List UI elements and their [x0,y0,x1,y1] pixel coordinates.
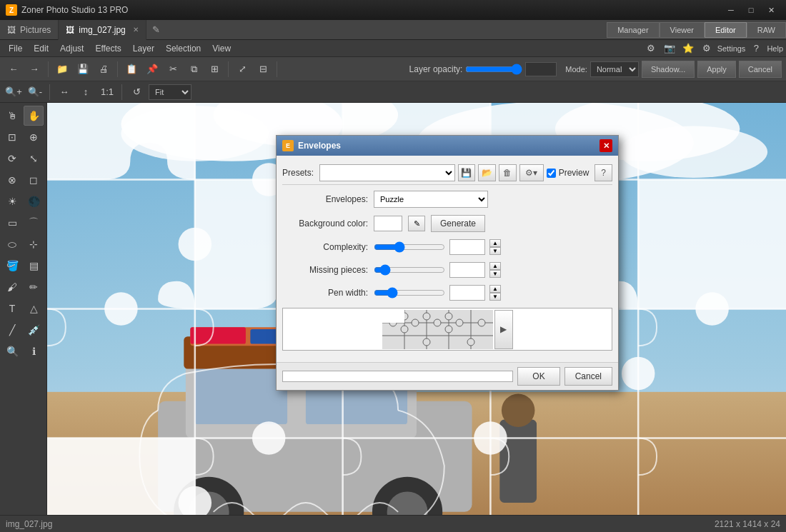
bg-color-swatch[interactable] [374,216,402,231]
mode-manager[interactable]: Manager [607,22,659,38]
crop-tool[interactable]: ⊡ [2,127,22,147]
cut-btn[interactable]: ✂ [164,60,182,79]
generate-button[interactable]: Generate [431,215,485,232]
pencil-tool[interactable]: ✏ [24,277,44,297]
tab-img027-close[interactable]: ✕ [133,26,139,34]
redo-btn[interactable]: → [25,60,44,79]
preview-checkbox[interactable] [547,169,556,178]
complexity-up-btn[interactable]: ▲ [489,239,501,247]
shape-tool[interactable]: △ [24,298,44,318]
opacity-value[interactable]: 100% [525,62,557,76]
resize-tool[interactable]: ⤡ [24,149,44,169]
missing-up-btn[interactable]: ▲ [489,262,501,270]
complexity-spinbox[interactable]: 4 [449,239,485,255]
penwidth-up-btn[interactable]: ▲ [489,285,501,293]
mode-editor[interactable]: Editor [705,22,747,38]
maximize-button[interactable]: □ [742,4,760,16]
dialog-close-button[interactable]: ✕ [600,139,612,152]
missing-pieces-row: Missing pieces: 10% ▲ ▼ [282,262,612,278]
mode-viewer[interactable]: Viewer [660,22,705,38]
close-button[interactable]: ✕ [762,4,780,16]
menu-icon-btn3[interactable]: ⭐ [680,41,696,56]
minimize-button[interactable]: ─ [722,4,740,16]
opacity-slider[interactable] [465,64,522,75]
dialog-cancel-button[interactable]: Cancel [564,367,612,386]
clone-tool[interactable]: ⊗ [2,170,22,190]
help-dialog-btn[interactable]: ? [595,164,612,181]
menu-icon-btn1[interactable]: ⚙ [643,41,659,56]
paint-bucket[interactable]: 🪣 [2,256,22,276]
layer-btn2[interactable]: ⊞ [205,60,224,79]
undo-btn[interactable]: ← [4,60,23,79]
fit-select[interactable]: Fit 100% 50% 25% [149,84,191,100]
missing-down-btn[interactable]: ▼ [489,270,501,278]
selection-lasso[interactable]: ⌒ [24,213,44,233]
menu-effects[interactable]: Effects [89,41,126,56]
layer-btn[interactable]: ⧉ [184,60,203,79]
missing-spinbox[interactable]: 10% [449,262,485,278]
selection-rect[interactable]: ▭ [2,213,22,233]
open-btn[interactable]: 📁 [53,60,71,79]
eraser-tool[interactable]: ◻ [24,170,44,190]
transform-btn[interactable]: ⤢ [233,60,252,79]
align-btn[interactable]: ⊟ [254,60,272,79]
rotate-tool[interactable]: ⟳ [2,149,22,169]
mode-raw[interactable]: RAW [747,22,786,38]
dodge-tool[interactable]: ☀ [2,191,22,211]
gradient-tool[interactable]: ▤ [24,256,44,276]
menu-edit[interactable]: Edit [28,41,54,56]
apply-btn[interactable]: Apply [697,61,736,78]
menu-layer[interactable]: Layer [127,41,160,56]
ok-button[interactable]: OK [517,367,559,386]
stamp-tool[interactable]: ⊕ [24,127,44,147]
help-icon[interactable]: ? [748,41,764,56]
pen-width-label: Pen width: [282,288,368,298]
eyedropper-tool[interactable]: 💉 [24,320,44,340]
print-btn[interactable]: 🖨 [94,60,113,79]
menu-file[interactable]: File [3,41,28,56]
zoom-tool[interactable]: 🔍 [2,341,22,361]
complexity-down-btn[interactable]: ▼ [489,247,501,255]
selection-magic[interactable]: ⊹ [24,234,44,254]
actual-size-btn[interactable]: 1:1 [98,83,116,101]
menu-view[interactable]: View [207,41,237,56]
info-tool[interactable]: ℹ [24,341,44,361]
burn-tool[interactable]: 🌑 [24,191,44,211]
zoom-in-btn[interactable]: 🔍+ [4,83,23,101]
zoom-out-btn[interactable]: 🔍- [26,83,44,101]
brush-tool[interactable]: 🖌 [2,277,22,297]
mode-select[interactable]: Normal Multiply Screen [590,61,639,77]
penwidth-spinbox[interactable]: 5 [449,285,485,301]
copy-btn[interactable]: 📋 [122,60,141,79]
presets-load-btn[interactable]: 📂 [478,164,496,181]
menu-selection[interactable]: Selection [160,41,207,56]
presets-delete-btn[interactable]: 🗑 [499,164,517,181]
tab-pictures[interactable]: 🖼 Pictures [0,20,59,40]
menu-icon-btn2[interactable]: 📷 [662,41,677,56]
tab-img027[interactable]: 🖼 img_027.jpg ✕ [59,20,146,40]
complexity-slider[interactable] [374,241,445,253]
presets-more-btn[interactable]: ⚙▾ [519,164,544,181]
text-tool[interactable]: T [2,298,22,318]
penwidth-slider[interactable] [374,287,445,298]
fit-height-btn[interactable]: ↕ [76,83,95,101]
envelopes-select[interactable]: Puzzle Wave Ripple Fish Eye [374,191,488,208]
fit-width-btn[interactable]: ↔ [55,83,74,101]
penwidth-down-btn[interactable]: ▼ [489,293,501,301]
presets-save-btn[interactable]: 💾 [458,164,476,181]
save-btn[interactable]: 💾 [74,60,92,79]
selection-ellipse[interactable]: ⬭ [2,234,22,254]
hand-tool[interactable]: ✋ [24,106,44,126]
settings-btn[interactable]: ⚙ [699,41,715,56]
missing-slider[interactable] [374,264,445,276]
menu-adjust[interactable]: Adjust [54,41,89,56]
shadow-btn[interactable]: Shadow... [642,61,695,78]
rotate-btn[interactable]: ↺ [127,83,146,101]
paste-btn[interactable]: 📌 [143,60,161,79]
select-tool[interactable]: 🖱 [2,106,22,126]
cancel-btn[interactable]: Cancel [739,61,782,78]
bg-color-edit-btn[interactable]: ✎ [408,216,425,231]
line-tool[interactable]: ╱ [2,320,22,340]
preview-expand-btn[interactable]: ▶ [494,310,513,349]
presets-select[interactable] [319,164,454,181]
